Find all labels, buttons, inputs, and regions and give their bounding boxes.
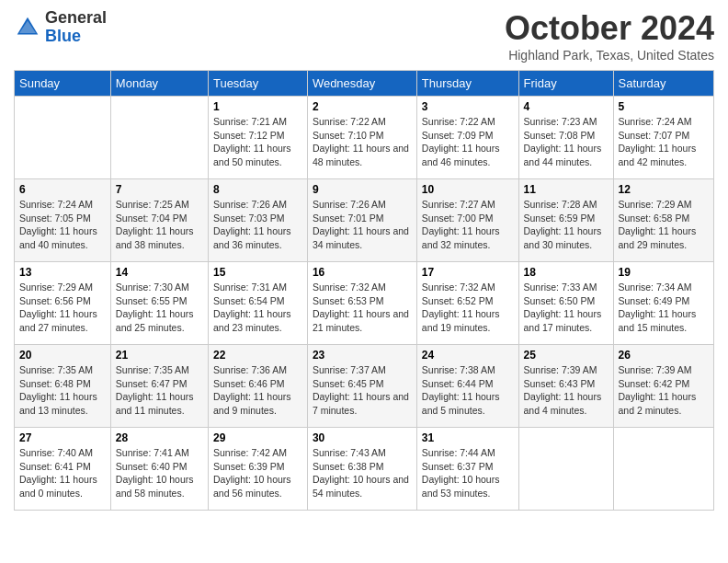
header-row: SundayMondayTuesdayWednesdayThursdayFrid… — [15, 71, 714, 97]
day-info: Sunrise: 7:44 AMSunset: 6:37 PMDaylight:… — [422, 446, 514, 500]
title-block: October 2024 Highland Park, Texas, Unite… — [505, 9, 714, 63]
day-info: Sunrise: 7:24 AMSunset: 7:07 PMDaylight:… — [619, 115, 710, 169]
calendar-cell: 24Sunrise: 7:38 AMSunset: 6:44 PMDayligh… — [416, 345, 518, 428]
calendar-cell: 10Sunrise: 7:27 AMSunset: 7:00 PMDayligh… — [416, 179, 518, 262]
week-row-5: 27Sunrise: 7:40 AMSunset: 6:41 PMDayligh… — [15, 428, 714, 511]
calendar-cell: 7Sunrise: 7:25 AMSunset: 7:04 PMDaylight… — [110, 179, 208, 262]
calendar-cell: 20Sunrise: 7:35 AMSunset: 6:48 PMDayligh… — [15, 345, 111, 428]
calendar-cell: 25Sunrise: 7:39 AMSunset: 6:43 PMDayligh… — [518, 345, 613, 428]
week-row-3: 13Sunrise: 7:29 AMSunset: 6:56 PMDayligh… — [15, 262, 714, 345]
day-number: 24 — [422, 349, 514, 362]
day-info: Sunrise: 7:25 AMSunset: 7:04 PMDaylight:… — [116, 198, 203, 252]
calendar-cell: 11Sunrise: 7:28 AMSunset: 6:59 PMDayligh… — [518, 179, 613, 262]
header-cell-tuesday: Tuesday — [208, 71, 307, 97]
day-info: Sunrise: 7:30 AMSunset: 6:55 PMDaylight:… — [116, 281, 203, 335]
subtitle: Highland Park, Texas, United States — [505, 48, 714, 63]
header-cell-thursday: Thursday — [416, 71, 518, 97]
day-number: 28 — [116, 431, 203, 444]
calendar-cell — [15, 97, 111, 179]
day-number: 29 — [213, 431, 302, 444]
calendar-body: 1Sunrise: 7:21 AMSunset: 7:12 PMDaylight… — [15, 97, 714, 511]
day-number: 8 — [213, 183, 302, 196]
calendar-cell: 22Sunrise: 7:36 AMSunset: 6:46 PMDayligh… — [208, 345, 307, 428]
day-number: 3 — [422, 100, 514, 113]
logo-general-text: General — [45, 9, 107, 28]
day-number: 25 — [524, 349, 609, 362]
day-number: 18 — [524, 266, 609, 279]
calendar-cell: 1Sunrise: 7:21 AMSunset: 7:12 PMDaylight… — [208, 97, 307, 179]
day-number: 26 — [619, 349, 710, 362]
main-title: October 2024 — [505, 9, 714, 48]
day-info: Sunrise: 7:42 AMSunset: 6:39 PMDaylight:… — [213, 446, 302, 500]
calendar-cell: 15Sunrise: 7:31 AMSunset: 6:54 PMDayligh… — [208, 262, 307, 345]
day-info: Sunrise: 7:29 AMSunset: 6:58 PMDaylight:… — [619, 198, 710, 252]
logo-text: General Blue — [45, 9, 107, 46]
day-number: 19 — [619, 266, 710, 279]
day-info: Sunrise: 7:37 AMSunset: 6:45 PMDaylight:… — [313, 363, 412, 418]
calendar-cell: 23Sunrise: 7:37 AMSunset: 6:45 PMDayligh… — [307, 345, 416, 428]
logo: General Blue — [14, 9, 107, 46]
day-info: Sunrise: 7:26 AMSunset: 7:03 PMDaylight:… — [213, 198, 302, 252]
calendar-cell: 13Sunrise: 7:29 AMSunset: 6:56 PMDayligh… — [15, 262, 111, 345]
day-info: Sunrise: 7:22 AMSunset: 7:10 PMDaylight:… — [313, 115, 412, 169]
calendar-cell: 3Sunrise: 7:22 AMSunset: 7:09 PMDaylight… — [416, 97, 518, 179]
calendar-cell — [110, 97, 208, 179]
calendar-header: SundayMondayTuesdayWednesdayThursdayFrid… — [15, 71, 714, 97]
day-info: Sunrise: 7:38 AMSunset: 6:44 PMDaylight:… — [422, 363, 514, 418]
day-number: 22 — [213, 349, 302, 362]
calendar-cell: 2Sunrise: 7:22 AMSunset: 7:10 PMDaylight… — [307, 97, 416, 179]
day-info: Sunrise: 7:33 AMSunset: 6:50 PMDaylight:… — [524, 281, 609, 335]
day-number: 13 — [19, 266, 106, 279]
page-header: General Blue October 2024 Highland Park,… — [14, 9, 714, 63]
week-row-4: 20Sunrise: 7:35 AMSunset: 6:48 PMDayligh… — [15, 345, 714, 428]
calendar-cell: 26Sunrise: 7:39 AMSunset: 6:42 PMDayligh… — [613, 345, 714, 428]
header-cell-wednesday: Wednesday — [307, 71, 416, 97]
day-number: 14 — [116, 266, 203, 279]
calendar-cell: 8Sunrise: 7:26 AMSunset: 7:03 PMDaylight… — [208, 179, 307, 262]
calendar-table: SundayMondayTuesdayWednesdayThursdayFrid… — [14, 70, 714, 511]
day-number: 20 — [19, 349, 106, 362]
day-number: 7 — [116, 183, 203, 196]
calendar-cell: 29Sunrise: 7:42 AMSunset: 6:39 PMDayligh… — [208, 428, 307, 511]
day-number: 12 — [619, 183, 710, 196]
day-number: 1 — [213, 100, 302, 113]
calendar-cell: 19Sunrise: 7:34 AMSunset: 6:49 PMDayligh… — [613, 262, 714, 345]
calendar-cell: 21Sunrise: 7:35 AMSunset: 6:47 PMDayligh… — [110, 345, 208, 428]
calendar-cell: 4Sunrise: 7:23 AMSunset: 7:08 PMDaylight… — [518, 97, 613, 179]
calendar-cell: 12Sunrise: 7:29 AMSunset: 6:58 PMDayligh… — [613, 179, 714, 262]
calendar-cell: 17Sunrise: 7:32 AMSunset: 6:52 PMDayligh… — [416, 262, 518, 345]
calendar-cell: 16Sunrise: 7:32 AMSunset: 6:53 PMDayligh… — [307, 262, 416, 345]
day-info: Sunrise: 7:35 AMSunset: 6:47 PMDaylight:… — [116, 363, 203, 418]
header-cell-friday: Friday — [518, 71, 613, 97]
day-info: Sunrise: 7:39 AMSunset: 6:43 PMDaylight:… — [524, 363, 609, 418]
day-info: Sunrise: 7:22 AMSunset: 7:09 PMDaylight:… — [422, 115, 514, 169]
day-number: 11 — [524, 183, 609, 196]
week-row-2: 6Sunrise: 7:24 AMSunset: 7:05 PMDaylight… — [15, 179, 714, 262]
calendar-cell: 31Sunrise: 7:44 AMSunset: 6:37 PMDayligh… — [416, 428, 518, 511]
header-cell-saturday: Saturday — [613, 71, 714, 97]
day-info: Sunrise: 7:29 AMSunset: 6:56 PMDaylight:… — [19, 281, 106, 335]
day-number: 23 — [313, 349, 412, 362]
day-number: 30 — [313, 431, 412, 444]
calendar-cell: 18Sunrise: 7:33 AMSunset: 6:50 PMDayligh… — [518, 262, 613, 345]
day-number: 2 — [313, 100, 412, 113]
day-info: Sunrise: 7:27 AMSunset: 7:00 PMDaylight:… — [422, 198, 514, 252]
calendar-cell: 9Sunrise: 7:26 AMSunset: 7:01 PMDaylight… — [307, 179, 416, 262]
day-info: Sunrise: 7:35 AMSunset: 6:48 PMDaylight:… — [19, 363, 106, 418]
logo-icon — [14, 14, 41, 41]
day-number: 17 — [422, 266, 514, 279]
day-number: 31 — [422, 431, 514, 444]
day-number: 16 — [313, 266, 412, 279]
calendar-cell — [613, 428, 714, 511]
calendar-cell — [518, 428, 613, 511]
calendar-cell: 30Sunrise: 7:43 AMSunset: 6:38 PMDayligh… — [307, 428, 416, 511]
week-row-1: 1Sunrise: 7:21 AMSunset: 7:12 PMDaylight… — [15, 97, 714, 179]
day-number: 27 — [19, 431, 106, 444]
day-info: Sunrise: 7:34 AMSunset: 6:49 PMDaylight:… — [619, 281, 710, 335]
calendar-cell: 6Sunrise: 7:24 AMSunset: 7:05 PMDaylight… — [15, 179, 111, 262]
header-cell-sunday: Sunday — [15, 71, 111, 97]
logo-blue-text: Blue — [45, 28, 107, 46]
day-number: 10 — [422, 183, 514, 196]
day-number: 21 — [116, 349, 203, 362]
day-number: 6 — [19, 183, 106, 196]
